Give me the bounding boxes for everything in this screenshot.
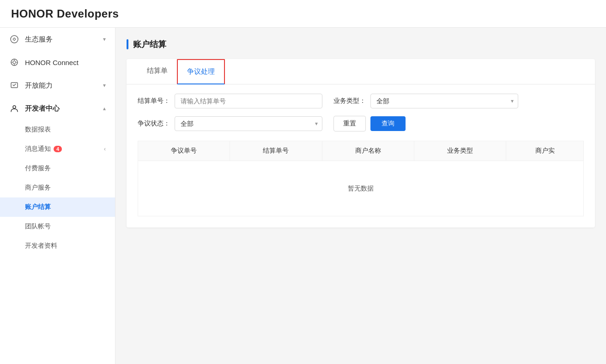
business-type-select[interactable]: 全部 <box>370 94 518 108</box>
settlement-no-field: 结算单号： <box>138 94 322 108</box>
sub-label-team-account: 团队帐号 <box>25 222 51 231</box>
business-type-field: 业务类型： 全部 ▾ <box>333 94 518 108</box>
table-header-row: 争议单号 结算单号 商户名称 业务类型 商户实​ <box>138 141 584 161</box>
sidebar-label-developer-center: 开发者中心 <box>25 104 103 113</box>
sub-label-merchant-service: 商户服务 <box>25 184 51 192</box>
form-row-2: 争议状态： 全部 ▾ 重置 查询 <box>138 116 584 131</box>
sidebar-label-honor-connect: HONOR Connect <box>25 59 106 66</box>
sidebar-item-eco-services[interactable]: 生态服务 ▾ <box>0 28 115 51</box>
sub-label-account-settlement: 账户结算 <box>25 203 51 211</box>
business-type-label: 业务类型： <box>333 97 366 105</box>
sidebar-sub-item-data-report[interactable]: 数据报表 <box>0 120 115 139</box>
dispute-status-field: 争议状态： 全部 ▾ <box>138 116 322 131</box>
dispute-status-select[interactable]: 全部 <box>175 116 322 131</box>
chevron-up-icon: ▴ <box>103 105 106 112</box>
search-form: 结算单号： 业务类型： 全部 ▾ <box>127 84 595 141</box>
settlement-no-input[interactable] <box>175 94 322 108</box>
sidebar: 生态服务 ▾ HONOR Connect 开放能力 <box>0 28 115 364</box>
sub-label-paid-service: 付费服务 <box>25 164 51 173</box>
message-badge: 4 <box>54 146 62 152</box>
sidebar-item-open-capability[interactable]: 开放能力 ▾ <box>0 74 115 97</box>
col-merchant-name: 商户名称 <box>322 141 414 161</box>
app-title: HONOR Developers <box>11 7 119 20</box>
table-head: 争议单号 结算单号 商户名称 业务类型 商户实​ <box>138 141 584 161</box>
form-actions: 重置 查询 <box>333 116 406 131</box>
grid-icon <box>9 34 19 44</box>
header: HONOR Developers <box>0 0 606 28</box>
col-business-type: 业务类型 <box>414 141 506 161</box>
svg-point-0 <box>11 36 18 43</box>
connect-icon <box>9 57 19 67</box>
sub-label-message-notify: 消息通知 <box>25 145 51 153</box>
settlement-no-label: 结算单号： <box>138 97 170 105</box>
sidebar-sub-item-team-account[interactable]: 团队帐号 <box>0 217 115 236</box>
sidebar-item-developer-center[interactable]: 开发者中心 ▴ <box>0 97 115 120</box>
collapse-arrow-icon: ‹ <box>104 146 106 152</box>
page-title-bar: 账户结算 <box>127 39 595 50</box>
page-title: 账户结算 <box>133 39 166 50</box>
svg-point-2 <box>13 61 16 64</box>
sub-label-developer-profile: 开发者资料 <box>25 242 57 250</box>
col-settlement-no: 结算单号 <box>230 141 322 161</box>
col-dispute-no: 争议单号 <box>138 141 230 161</box>
developer-icon <box>9 103 19 113</box>
empty-text: 暂无数据 <box>138 161 584 216</box>
dispute-status-select-wrapper: 全部 ▾ <box>175 116 322 131</box>
sidebar-sub-item-developer-profile[interactable]: 开发者资料 <box>0 236 115 256</box>
sidebar-label-open-capability: 开放能力 <box>25 81 103 90</box>
sidebar-item-honor-connect[interactable]: HONOR Connect <box>0 51 115 74</box>
chevron-down-icon-2: ▾ <box>103 82 106 89</box>
form-row-1: 结算单号： 业务类型： 全部 ▾ <box>138 94 584 108</box>
sidebar-sub-item-merchant-service[interactable]: 商户服务 <box>0 178 115 197</box>
main-card: 结算单 争议处理 结算单号： 业务类型： <box>127 59 595 227</box>
tab-dispute-handling[interactable]: 争议处理 <box>177 59 225 84</box>
query-button[interactable]: 查询 <box>370 116 406 131</box>
sidebar-sub-item-paid-service[interactable]: 付费服务 <box>0 159 115 178</box>
capability-icon <box>9 80 19 90</box>
tabs-bar: 结算单 争议处理 <box>127 59 595 84</box>
sub-label-data-report: 数据报表 <box>25 125 51 134</box>
tab-settlement-list[interactable]: 结算单 <box>138 59 177 84</box>
svg-point-4 <box>13 106 16 108</box>
sidebar-sub-item-account-settlement[interactable]: 账户结算 <box>0 197 115 217</box>
chevron-down-icon: ▾ <box>103 36 106 42</box>
business-type-select-wrapper: 全部 ▾ <box>370 94 518 108</box>
main-content: 账户结算 结算单 争议处理 结算单号： <box>115 28 606 364</box>
data-table: 争议单号 结算单号 商户名称 业务类型 商户实​ 暂无数据 <box>138 141 584 216</box>
title-accent <box>127 39 128 49</box>
sidebar-label-eco-services: 生态服务 <box>25 35 103 44</box>
dispute-status-label: 争议状态： <box>138 119 170 128</box>
sidebar-sub-item-message-notify[interactable]: 消息通知 4 ‹ <box>0 139 115 159</box>
table-empty-row: 暂无数据 <box>138 161 584 216</box>
table-body: 暂无数据 <box>138 161 584 216</box>
layout: 生态服务 ▾ HONOR Connect 开放能力 <box>0 28 606 364</box>
col-merchant-impl: 商户实​ <box>506 141 584 161</box>
table-wrapper: 争议单号 结算单号 商户名称 业务类型 商户实​ 暂无数据 <box>127 141 595 227</box>
reset-button[interactable]: 重置 <box>333 116 366 131</box>
